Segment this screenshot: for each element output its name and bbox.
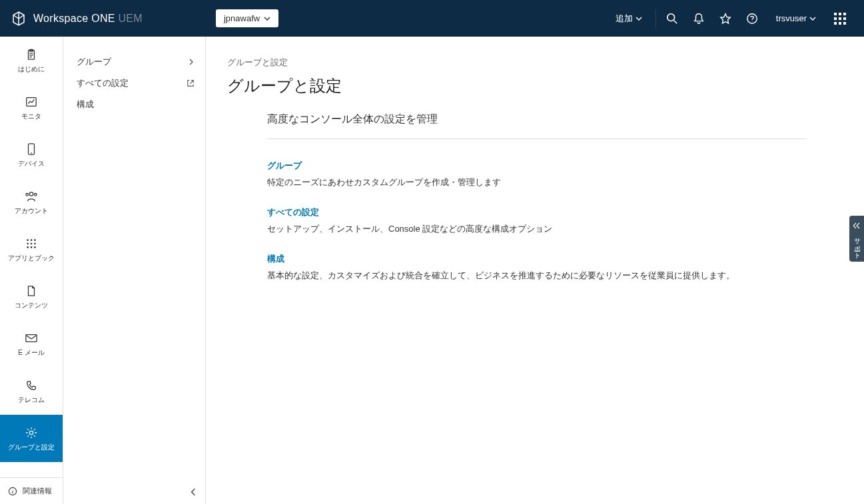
section-link[interactable]: すべての設定 xyxy=(267,206,319,218)
logo-area: Workspace ONE UEM xyxy=(11,11,143,27)
favorites-button[interactable] xyxy=(712,5,739,32)
app-launcher-button[interactable] xyxy=(827,5,853,32)
page-title: グループと設定 xyxy=(227,75,843,97)
nav-item-accounts[interactable]: アカウント xyxy=(0,178,63,226)
nav-item-phone[interactable]: テレコム xyxy=(0,368,63,415)
nav-item-label: アプリとブック xyxy=(8,254,55,262)
chevron-left-icon xyxy=(853,222,860,229)
svg-point-7 xyxy=(26,193,29,196)
section-description: 基本的な設定、カスタマイズおよび統合を確立して、ビジネスを推進するために必要なリ… xyxy=(267,269,807,283)
content-section: グループ特定のニーズにあわせカスタムグループを作成・管理します xyxy=(267,159,807,190)
chevron-right-icon xyxy=(188,59,195,65)
primary-nav: はじめにモニタデバイスアカウントアプリとブックコンテンツE メールテレコムグルー… xyxy=(0,37,63,504)
secondary-nav-item[interactable]: グループ xyxy=(63,51,205,73)
svg-point-14 xyxy=(34,242,36,244)
related-info-button[interactable]: 関連情報 xyxy=(0,477,63,504)
nav-item-document[interactable]: コンテンツ xyxy=(0,273,63,320)
nav-item-chart[interactable]: モニタ xyxy=(0,84,63,131)
chevron-down-icon xyxy=(264,15,270,22)
main-content: グループと設定 グループと設定 高度なコンソール全体の設定を管理 グループ特定の… xyxy=(206,37,864,504)
nav-item-device[interactable]: デバイス xyxy=(0,131,63,178)
phone-icon xyxy=(25,379,38,392)
svg-point-11 xyxy=(34,239,36,241)
breadcrumb: グループと設定 xyxy=(227,57,843,69)
help-button[interactable] xyxy=(739,5,765,32)
chart-icon xyxy=(25,95,38,109)
secondary-nav-label: グループ xyxy=(77,56,111,68)
nav-item-label: グループと設定 xyxy=(8,443,55,451)
svg-point-10 xyxy=(31,239,33,241)
product-name: Workspace ONE UEM xyxy=(33,13,143,25)
svg-point-12 xyxy=(27,242,29,244)
nav-item-label: E メール xyxy=(18,349,44,357)
section-link[interactable]: グループ xyxy=(267,160,302,172)
nav-item-label: アカウント xyxy=(15,207,48,215)
chevron-down-icon xyxy=(809,15,816,22)
org-selector-dropdown[interactable]: jpnawafw xyxy=(216,9,278,27)
svg-point-16 xyxy=(31,246,33,248)
nav-item-label: はじめに xyxy=(18,65,45,73)
chevron-left-icon xyxy=(189,488,197,496)
info-icon xyxy=(8,487,17,496)
nav-item-label: デバイス xyxy=(18,160,45,168)
user-menu-dropdown[interactable]: trsvuser xyxy=(765,13,827,23)
section-description: 特定のニーズにあわせカスタムグループを作成・管理します xyxy=(267,176,807,190)
svg-point-9 xyxy=(27,239,29,241)
external-link-icon xyxy=(187,79,195,87)
secondary-nav-item[interactable]: すべての設定 xyxy=(63,73,205,94)
clipboard-icon xyxy=(25,48,38,61)
support-side-tab[interactable]: サポート xyxy=(849,216,864,262)
collapse-secondary-nav-button[interactable] xyxy=(189,488,197,496)
header-bar: Workspace ONE UEM jpnawafw 追加 xyxy=(0,0,864,37)
bell-icon xyxy=(693,13,705,25)
content-section: 構成基本的な設定、カスタマイズおよび統合を確立して、ビジネスを推進するために必要… xyxy=(267,252,807,283)
page-subtitle: 高度なコンソール全体の設定を管理 xyxy=(267,113,807,139)
section-description: セットアップ、インストール、Console 設定などの高度な構成オプション xyxy=(267,222,807,236)
secondary-nav: グループすべての設定構成 xyxy=(63,37,206,504)
mail-icon xyxy=(25,332,38,345)
accounts-icon xyxy=(25,190,38,203)
add-menu-dropdown[interactable]: 追加 xyxy=(605,13,653,25)
gear-icon xyxy=(25,426,38,439)
chevron-down-icon xyxy=(636,15,642,22)
device-icon xyxy=(25,142,38,156)
svg-point-1 xyxy=(747,13,757,23)
grid-icon xyxy=(834,13,846,25)
search-icon xyxy=(666,13,678,25)
search-button[interactable] xyxy=(659,5,685,32)
svg-point-15 xyxy=(27,246,29,248)
document-icon xyxy=(25,284,38,298)
svg-point-17 xyxy=(34,246,36,248)
secondary-nav-label: すべての設定 xyxy=(77,77,129,89)
nav-item-apps[interactable]: アプリとブック xyxy=(0,226,63,273)
nav-item-clipboard[interactable]: はじめに xyxy=(0,37,63,84)
product-logo-icon xyxy=(11,11,27,27)
notifications-button[interactable] xyxy=(685,5,712,32)
apps-icon xyxy=(25,237,38,250)
svg-rect-18 xyxy=(26,334,37,342)
svg-point-0 xyxy=(667,13,675,21)
svg-point-8 xyxy=(35,193,37,196)
svg-point-13 xyxy=(31,242,33,244)
divider xyxy=(655,9,656,28)
content-section: すべての設定セットアップ、インストール、Console 設定などの高度な構成オプ… xyxy=(267,206,807,236)
section-link[interactable]: 構成 xyxy=(267,253,284,265)
nav-item-label: テレコム xyxy=(18,396,45,404)
nav-item-mail[interactable]: E メール xyxy=(0,320,63,368)
secondary-nav-label: 構成 xyxy=(77,99,94,111)
help-icon xyxy=(746,13,758,25)
svg-point-6 xyxy=(29,192,33,195)
svg-point-19 xyxy=(29,431,33,434)
nav-item-label: モニタ xyxy=(21,113,41,121)
secondary-nav-item[interactable]: 構成 xyxy=(63,94,205,115)
nav-item-label: コンテンツ xyxy=(15,302,48,310)
nav-item-gear[interactable]: グループと設定 xyxy=(0,415,63,462)
star-icon xyxy=(719,13,731,25)
